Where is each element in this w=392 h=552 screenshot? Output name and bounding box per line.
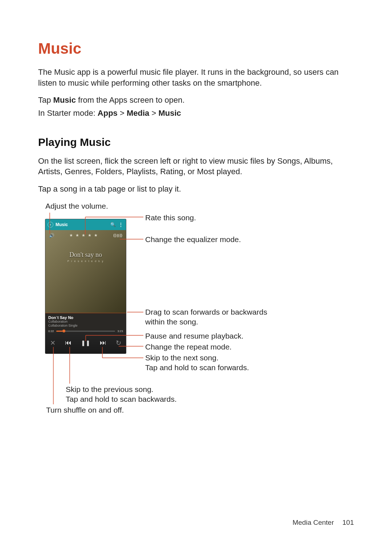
callout-equalizer: Change the equalizer mode.	[145, 234, 241, 244]
phone-mockup: ‹ Music 🔍 ⋮ 🔊 ★ ★ ★ ★ ★ ((◎)) Don't say …	[45, 219, 126, 353]
equalizer-icon[interactable]: ((◎))	[113, 233, 122, 238]
song-album: Collaboration Single	[48, 324, 123, 328]
callout-seek-line1: Drag to scan forwards or backwards	[145, 308, 267, 316]
open-bold-app: Music	[53, 95, 76, 105]
callout-seek-line2: within the song.	[145, 318, 198, 326]
phone-header: ‹ Music 🔍 ⋮	[45, 219, 126, 230]
callout-next-line2: Tap and hold to scan forwards.	[145, 363, 249, 372]
callout-volume: Adjust the volume.	[45, 201, 108, 211]
subheading-playing-music: Playing Music	[38, 136, 354, 148]
callout-next-line1: Skip to the next song.	[145, 353, 219, 362]
app-title: Music	[56, 222, 108, 227]
intro-paragraph: The Music app is a powerful music file p…	[38, 67, 354, 88]
time-total: 3:23	[117, 330, 123, 333]
callout-pause: Pause and resume playback.	[145, 331, 244, 341]
previous-button[interactable]: ⏮	[65, 339, 72, 347]
open-pre: Tap	[38, 95, 53, 105]
callout-previous: Skip to the previous song. Tap and hold …	[66, 384, 177, 404]
footer-page-number: 101	[342, 519, 354, 526]
starter-path-music: Music	[158, 109, 181, 118]
song-artist: Collaboration	[48, 320, 123, 324]
play-desc-2: Tap a song in a tab page or list to play…	[38, 184, 354, 195]
callout-next: Skip to the next song. Tap and hold to s…	[145, 353, 249, 373]
callout-rate: Rate this song.	[145, 213, 196, 222]
section-title: Music	[38, 40, 354, 57]
back-icon[interactable]: ‹	[48, 222, 53, 228]
more-icon[interactable]: ⋮	[118, 222, 124, 227]
next-button[interactable]: ⏭	[100, 339, 106, 347]
pause-button[interactable]: ❚❚	[81, 340, 90, 346]
starter-mode-path: In Starter mode: Apps > Media > Music	[38, 108, 354, 119]
callout-seek: Drag to scan forwards or backwards withi…	[145, 307, 267, 327]
play-desc-1: On the list screen, flick the screen lef…	[38, 156, 354, 177]
annotated-screenshot: ‹ Music 🔍 ⋮ 🔊 ★ ★ ★ ★ ★ ((◎)) Don't say …	[38, 201, 358, 419]
open-instruction: Tap Music from the Apps screen to open.	[38, 95, 354, 106]
volume-icon[interactable]: 🔊	[49, 233, 54, 238]
rating-stars[interactable]: ★ ★ ★ ★ ★	[69, 233, 98, 238]
starter-path-media: Media	[127, 109, 149, 118]
seek-fill	[56, 331, 63, 332]
now-playing-info: Don`t Say No Collaboration Collaboration…	[45, 313, 126, 332]
album-art-title: Don't say no	[45, 251, 126, 259]
starter-path-apps: Apps	[98, 109, 118, 118]
seek-bar[interactable]	[56, 331, 115, 332]
footer-section: Media Center	[293, 519, 334, 526]
starter-sep1: >	[118, 109, 127, 118]
search-icon[interactable]: 🔍	[110, 222, 116, 227]
open-post: from the Apps screen to open.	[76, 95, 185, 105]
callout-shuffle: Turn shuffle on and off.	[46, 405, 124, 415]
callout-repeat: Change the repeat mode.	[145, 342, 232, 352]
starter-sep2: >	[149, 109, 158, 118]
time-elapsed: 0:22	[48, 330, 54, 333]
playback-controls: ✕ ⏮ ❚❚ ⏭ ↻	[45, 332, 126, 353]
starter-pre: In Starter mode:	[38, 109, 98, 118]
album-art-subtitle: P r e s e n t e d b y	[45, 260, 126, 262]
page-footer: Media Center 101	[293, 519, 354, 527]
callout-prev-line2: Tap and hold to scan backwards.	[66, 395, 177, 403]
shuffle-button[interactable]: ✕	[50, 339, 56, 347]
repeat-button[interactable]: ↻	[116, 339, 121, 347]
album-art-area: 🔊 ★ ★ ★ ★ ★ ((◎)) Don't say no P r e s e…	[45, 230, 126, 313]
song-title: Don`t Say No	[48, 315, 123, 320]
callout-prev-line1: Skip to the previous song.	[66, 385, 154, 393]
